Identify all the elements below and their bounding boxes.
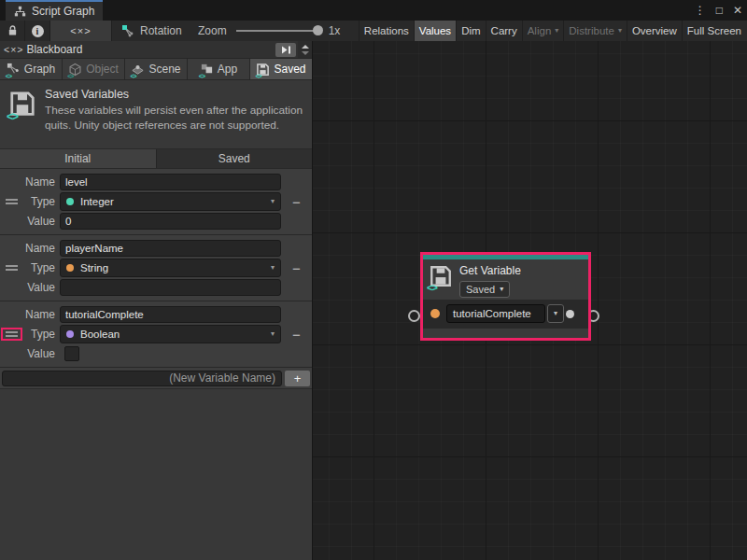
chevron-down-icon: ▾	[555, 27, 558, 35]
object-cube-icon: <>	[68, 63, 82, 77]
tab-app[interactable]: <> App	[188, 59, 249, 79]
variable-type-dropdown[interactable]: String ▾	[60, 259, 281, 277]
dock-icon	[281, 46, 291, 54]
variable-name-input[interactable]	[60, 306, 281, 323]
type-label: Type	[23, 261, 55, 274]
saved-floppy-icon: <>	[256, 63, 270, 77]
blackboard-header: <×> Blackboard	[0, 41, 312, 59]
drag-handle-icon[interactable]	[6, 199, 18, 204]
drag-handle-icon[interactable]	[6, 265, 18, 271]
variable-name-field[interactable]: tutorialComplete	[446, 304, 545, 323]
variable-group-level: Name Type Integer ▾ − Value	[0, 168, 312, 234]
graph-canvas[interactable]: <> Get Variable Saved ▾ tutorialComplete…	[313, 41, 747, 560]
variable-scope-dropdown[interactable]: Saved ▾	[459, 281, 510, 298]
drag-handle-icon[interactable]	[6, 331, 18, 337]
variable-value-input[interactable]	[60, 279, 281, 296]
graph-tree-icon	[14, 6, 26, 18]
connection-port-left[interactable]	[408, 310, 420, 322]
saved-floppy-icon: <>	[8, 90, 36, 119]
toolbar-button-distribute[interactable]: Distribute▾	[563, 21, 627, 41]
dock-panel-button[interactable]	[275, 43, 296, 57]
node-header: <> Get Variable Saved ▾	[423, 259, 588, 300]
tab-saved[interactable]: <> Saved	[250, 59, 312, 79]
variable-name-input[interactable]	[60, 174, 281, 190]
rotation-control[interactable]: Rotation	[121, 24, 182, 37]
variable-picker-button[interactable]: ▾	[547, 304, 564, 323]
zoom-slider[interactable]	[236, 30, 320, 32]
remove-variable-button[interactable]: −	[292, 195, 301, 209]
zoom-value: 1x	[329, 24, 341, 37]
variable-type-dropdown[interactable]: Boolean ▾	[60, 325, 281, 343]
value-mode-tabs: Initial Saved	[0, 148, 312, 168]
variable-name-input[interactable]	[60, 240, 281, 257]
close-button[interactable]: ✕	[733, 0, 742, 21]
toolbar-button-relations[interactable]: Relations	[359, 21, 414, 41]
info-description: These variables will persist even after …	[45, 104, 308, 133]
add-variable-button[interactable]: +	[285, 371, 310, 386]
tab-object[interactable]: <> Object	[63, 59, 124, 79]
toolbar-button-values[interactable]: Values	[414, 21, 456, 41]
tab-graph[interactable]: <> Graph	[0, 59, 62, 79]
remove-variable-button[interactable]: −	[292, 328, 301, 342]
name-label: Name	[23, 242, 55, 255]
rotation-label: Rotation	[140, 24, 182, 37]
blackboard-panel: <×> Blackboard <>	[0, 41, 313, 560]
type-color-dot	[66, 198, 74, 205]
toolbar-button-fullscreen[interactable]: Full Screen	[682, 21, 746, 41]
zoom-slider-thumb[interactable]	[313, 25, 323, 35]
type-label: Type	[23, 195, 55, 208]
graph-icon: <>	[7, 63, 21, 77]
tutorial-highlight-box	[1, 328, 22, 341]
zoom-label: Zoom	[198, 24, 227, 37]
titlebar: Script Graph ⋮ □ ✕	[0, 0, 747, 21]
window-tab-script-graph[interactable]: Script Graph	[6, 0, 103, 21]
chevron-down-icon: ▾	[500, 286, 503, 293]
type-color-dot	[66, 264, 74, 272]
toolbar: <×> Rotation Zoom 1x Relations Values Di…	[0, 21, 747, 42]
scroll-down-icon[interactable]	[302, 51, 309, 55]
window-menu-button[interactable]: ⋮	[695, 0, 706, 21]
chevron-down-icon: ▾	[271, 330, 275, 338]
variables-toggle-button[interactable]: <×>	[50, 21, 112, 41]
tab-scene[interactable]: <> Scene	[125, 59, 187, 79]
app-icon: <>	[200, 63, 214, 77]
get-variable-node[interactable]: <> Get Variable Saved ▾ tutorialComplete…	[420, 252, 591, 341]
toolbar-button-align[interactable]: Align▾	[522, 21, 564, 41]
new-variable-row: +	[0, 367, 312, 389]
subtab-saved[interactable]: Saved	[157, 149, 313, 168]
variable-scope-tabs: <> Graph <> Object <> Scene	[0, 59, 312, 80]
scene-icon: <>	[131, 63, 145, 77]
toolbar-button-carry[interactable]: Carry	[486, 21, 522, 41]
type-label: Type	[23, 328, 55, 341]
chevron-down-icon: ▾	[271, 264, 275, 272]
scroll-up-icon[interactable]	[302, 45, 309, 49]
rotation-icon	[121, 24, 134, 37]
info-icon	[32, 25, 44, 37]
inspect-button[interactable]	[25, 21, 50, 41]
remove-variable-button[interactable]: −	[292, 261, 301, 275]
type-color-dot	[66, 330, 74, 338]
name-label: Name	[23, 175, 55, 189]
variable-type-dropdown[interactable]: Integer ▾	[60, 192, 281, 211]
toolbar-button-dim[interactable]: Dim	[456, 21, 485, 41]
variable-value-input[interactable]	[60, 213, 281, 230]
maximize-button[interactable]: □	[716, 0, 723, 21]
chevron-down-icon: ▾	[554, 310, 557, 317]
window-title: Script Graph	[32, 5, 94, 18]
value-checkbox[interactable]	[64, 346, 79, 361]
saved-floppy-icon: <>	[429, 264, 453, 290]
blackboard-title: Blackboard	[26, 43, 82, 56]
panel-scroll-arrows[interactable]	[298, 41, 312, 58]
info-title: Saved Variables	[45, 88, 308, 101]
variables-icon: <×>	[4, 44, 23, 55]
toolbar-button-overview[interactable]: Overview	[627, 21, 682, 41]
node-footer	[423, 329, 588, 338]
saved-variables-info: <> Saved Variables These variables will …	[0, 80, 312, 148]
output-port[interactable]	[566, 310, 574, 318]
input-port[interactable]	[430, 309, 440, 318]
variable-group-tutorialComplete: Name Type Boolean ▾ −	[0, 301, 312, 367]
new-variable-input[interactable]	[2, 371, 282, 386]
subtab-initial[interactable]: Initial	[0, 149, 157, 168]
name-label: Name	[23, 308, 55, 321]
lock-button[interactable]	[0, 21, 25, 41]
